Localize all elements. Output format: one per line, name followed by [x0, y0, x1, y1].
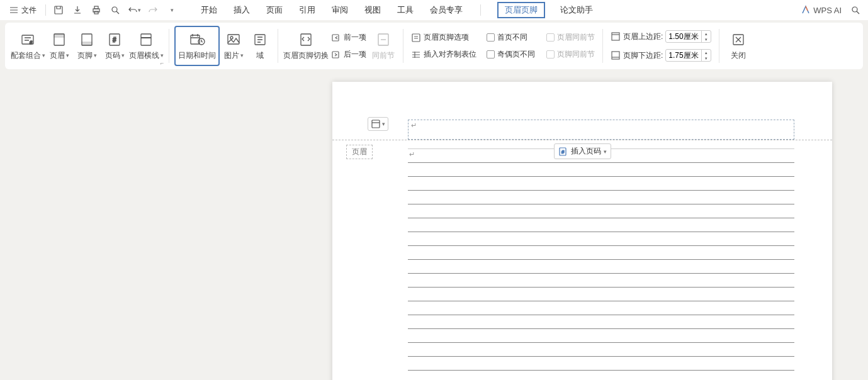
- spin-up[interactable]: ▴: [702, 31, 711, 36]
- footer-margin-input[interactable]: ▴▾: [665, 49, 711, 62]
- ribbon-group-options: 页眉页脚选项 插入对齐制表位 首页不同 奇偶页不同 页眉同前节: [405, 25, 601, 67]
- text-line[interactable]: [408, 232, 794, 246]
- text-line[interactable]: [408, 204, 794, 218]
- tab-header-footer[interactable]: 页眉页脚: [497, 2, 545, 18]
- spin-down[interactable]: ▾: [702, 55, 711, 61]
- tab-icon: [411, 50, 421, 60]
- footer-margin-field[interactable]: [666, 51, 701, 60]
- redo-button[interactable]: [145, 3, 161, 18]
- group-launcher[interactable]: ⌐: [161, 60, 167, 66]
- margins-col: 页眉上边距: ▴▾ 页脚下边距: ▴▾: [608, 29, 714, 63]
- tab-tools[interactable]: 工具: [396, 2, 415, 18]
- text-line[interactable]: [408, 274, 794, 288]
- tab-start[interactable]: 开始: [200, 2, 218, 18]
- file-menu-button[interactable]: 文件: [5, 3, 40, 18]
- text-line[interactable]: [408, 329, 794, 343]
- print-icon: [91, 5, 101, 15]
- field-icon: [252, 31, 268, 48]
- text-line[interactable]: [408, 163, 794, 177]
- chevron-down-icon: ▾: [171, 7, 174, 13]
- tab-reference[interactable]: 引用: [298, 2, 317, 18]
- combo-button[interactable]: # 配套组合▾: [10, 26, 45, 66]
- search-button[interactable]: [848, 3, 863, 18]
- save-button[interactable]: [51, 3, 66, 18]
- text-line[interactable]: [408, 246, 794, 260]
- menu-icon: [9, 5, 19, 15]
- footer-button[interactable]: 页脚▾: [73, 26, 101, 66]
- page-number-button[interactable]: # 页码▾: [101, 26, 128, 66]
- footer-same-section-checkbox: 页脚同前节: [544, 48, 597, 61]
- first-page-different-checkbox[interactable]: 首页不同: [484, 31, 538, 44]
- combo-icon: #: [20, 31, 36, 48]
- tab-insert[interactable]: 插入: [232, 2, 251, 18]
- wps-ai-label: WPS AI: [813, 6, 842, 15]
- text-line[interactable]: ↵: [408, 149, 794, 163]
- header-boundary-line: [332, 140, 832, 140]
- separator: [719, 29, 719, 63]
- undo-button[interactable]: ▾: [127, 3, 142, 18]
- paragraph-mark: ↵: [409, 150, 415, 159]
- ribbon-group-nav: 页眉页脚切换 前一项 后一项 同前节: [279, 25, 402, 67]
- checkbox-icon: [487, 33, 495, 42]
- text-line[interactable]: [408, 191, 794, 204]
- text-line[interactable]: [408, 343, 794, 357]
- print-preview-button[interactable]: [108, 3, 123, 18]
- hf-options-button[interactable]: 页眉页脚选项: [409, 31, 479, 44]
- header-line-button[interactable]: 页眉横线▾: [128, 26, 164, 66]
- header-margin-input[interactable]: ▴▾: [665, 30, 711, 43]
- tab-page[interactable]: 页面: [265, 2, 284, 18]
- header-button[interactable]: 页眉▾: [45, 26, 73, 66]
- checkbox-icon: [546, 50, 555, 59]
- tab-review[interactable]: 审阅: [330, 2, 349, 18]
- text-line[interactable]: [408, 371, 794, 380]
- next-button[interactable]: 后一项: [329, 48, 369, 61]
- header-line-icon: [138, 31, 154, 48]
- print-button[interactable]: [89, 3, 104, 18]
- file-label: 文件: [21, 5, 37, 16]
- text-line[interactable]: [408, 177, 794, 191]
- switch-hf-label: 页眉页脚切换: [283, 50, 329, 61]
- text-line[interactable]: [408, 315, 794, 329]
- same-section-button[interactable]: 同前节: [369, 26, 398, 66]
- document-page[interactable]: ▾ ↵ 页眉 # 插入页码 ▾ ↵: [332, 82, 832, 380]
- spin-down[interactable]: ▾: [702, 36, 711, 42]
- divider: [45, 4, 46, 16]
- next-icon: [331, 50, 341, 60]
- nav-col: 前一项 后一项: [329, 31, 369, 61]
- header-margin-field[interactable]: [666, 32, 701, 41]
- redo-icon: [148, 5, 158, 15]
- page-number-label: 页码▾: [105, 50, 125, 61]
- page-number-icon: #: [106, 31, 123, 48]
- text-line[interactable]: [408, 301, 794, 315]
- document-body[interactable]: ↵: [408, 148, 794, 380]
- odd-even-different-checkbox[interactable]: 奇偶页不同: [484, 48, 538, 61]
- svg-rect-22: [332, 52, 339, 58]
- switch-hf-button[interactable]: 页眉页脚切换: [283, 26, 329, 66]
- date-time-button[interactable]: 日期和时间: [174, 26, 220, 66]
- preview-icon: [110, 5, 120, 15]
- text-line[interactable]: [408, 357, 794, 371]
- switch-icon: [298, 31, 314, 48]
- export-icon: [72, 5, 82, 15]
- align-tab-button[interactable]: 插入对齐制表位: [409, 48, 479, 61]
- svg-text:#: #: [113, 36, 116, 43]
- export-button[interactable]: [70, 3, 85, 18]
- tab-view[interactable]: 视图: [363, 2, 382, 18]
- qat-more-button[interactable]: ▾: [164, 3, 179, 18]
- wps-ai-button[interactable]: WPS AI: [801, 5, 842, 15]
- close-label: 关闭: [731, 50, 746, 61]
- field-button[interactable]: 域: [247, 26, 273, 66]
- tab-thesis[interactable]: 论文助手: [559, 2, 594, 18]
- prev-button[interactable]: 前一项: [329, 31, 369, 44]
- text-line[interactable]: [408, 218, 794, 232]
- text-line[interactable]: [408, 260, 794, 274]
- text-line[interactable]: [408, 288, 794, 301]
- close-button[interactable]: 关闭: [724, 26, 752, 66]
- tab-member[interactable]: 会员专享: [429, 2, 464, 18]
- header-edit-region[interactable]: ↵: [408, 120, 794, 140]
- svg-point-18: [230, 36, 233, 39]
- document-workspace: ▾ ↵ 页眉 # 插入页码 ▾ ↵: [0, 69, 868, 380]
- spin-up[interactable]: ▴: [702, 50, 711, 55]
- header-mini-toolbar[interactable]: ▾: [368, 117, 388, 131]
- picture-button[interactable]: 图片▾: [220, 26, 247, 66]
